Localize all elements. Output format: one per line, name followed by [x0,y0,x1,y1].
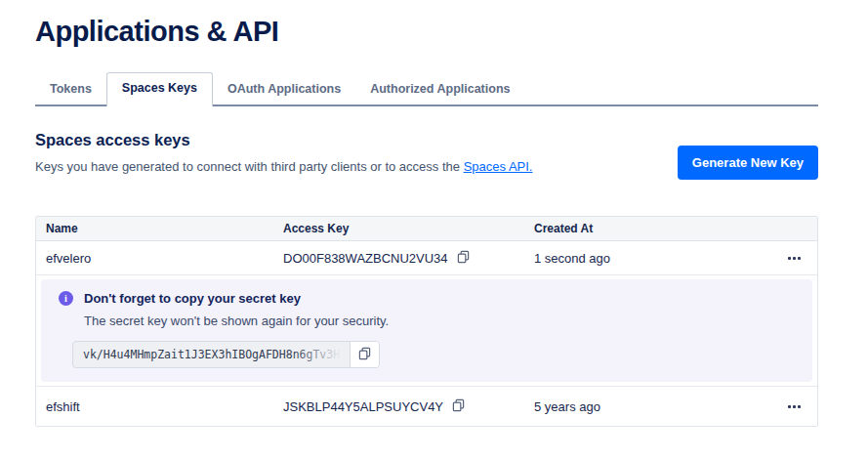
tab-tokens[interactable]: Tokens [35,74,106,105]
created-at-value: 5 years ago [524,399,770,414]
key-name: efshift [36,399,273,414]
created-at-value: 1 second ago [524,251,770,266]
section-heading: Spaces access keys [35,131,532,149]
more-options-icon [788,257,801,260]
notice-subtitle: The secret key won't be shown again for … [84,314,795,328]
table-row: efvelero DO00F838WAZBCNU2VU34 1 second a… [36,241,817,275]
row-menu-button[interactable] [770,257,817,260]
table-row: efshift JSKBLP44Y5ALPSUYCV4Y 5 years ago [36,387,817,426]
copy-icon [358,347,371,363]
copy-icon [452,398,465,415]
access-key-cell: DO00F838WAZBCNU2VU34 [273,250,524,267]
copy-access-key-button[interactable] [452,398,465,415]
secret-key-field: vk/H4u4MHmpZait1J3EX3hIBOgAFDH8n6gTv3H [72,341,380,368]
access-key-cell: JSKBLP44Y5ALPSUYCV4Y [273,398,524,415]
section-description-text: Keys you have generated to connect with … [35,159,464,174]
copy-icon [457,250,470,267]
secret-key-value: vk/H4u4MHmpZait1J3EX3hIBOgAFDH8n6gTv3H [73,342,350,367]
section-header-text: Spaces access keys Keys you have generat… [35,106,532,174]
secret-key-notice-row: i Don't forget to copy your secret key T… [36,275,817,387]
copy-secret-key-button[interactable] [350,342,379,367]
notice-header: i Don't forget to copy your secret key [59,291,795,306]
tab-oauth-applications[interactable]: OAuth Applications [213,74,355,105]
tab-authorized-applications[interactable]: Authorized Applications [355,74,524,105]
page-container: Applications & API Tokens Spaces Keys OA… [0,16,868,427]
generate-new-key-button[interactable]: Generate New Key [678,146,818,180]
column-header-name: Name [36,222,273,235]
copy-access-key-button[interactable] [457,250,470,267]
access-key-value: JSKBLP44Y5ALPSUYCV4Y [283,399,443,414]
column-header-access-key: Access Key [273,222,524,235]
more-options-icon [788,405,801,408]
column-header-created-at: Created At [524,222,770,235]
table-header-row: Name Access Key Created At [36,217,817,241]
notice-title: Don't forget to copy your secret key [84,291,301,306]
tab-bar: Tokens Spaces Keys OAuth Applications Au… [35,72,818,106]
spaces-api-link[interactable]: Spaces API. [464,159,533,174]
section-header: Spaces access keys Keys you have generat… [35,106,818,180]
access-key-value: DO00F838WAZBCNU2VU34 [283,251,448,266]
info-icon: i [59,291,73,306]
key-name: efvelero [36,251,273,266]
page-title: Applications & API [35,16,818,48]
tab-spaces-keys[interactable]: Spaces Keys [106,72,213,106]
row-menu-button[interactable] [770,405,817,408]
spaces-keys-table: Name Access Key Created At efvelero DO00… [35,216,818,427]
section-description: Keys you have generated to connect with … [35,159,532,174]
secret-key-notice: i Don't forget to copy your secret key T… [41,279,812,382]
